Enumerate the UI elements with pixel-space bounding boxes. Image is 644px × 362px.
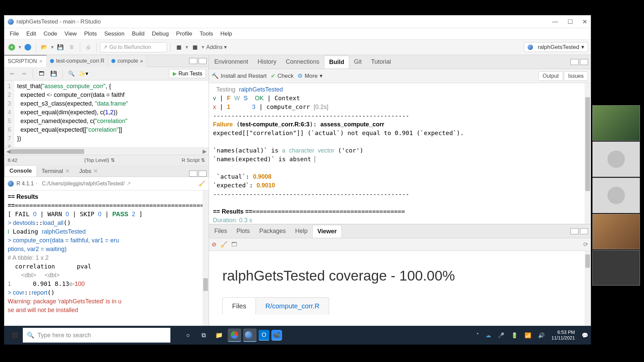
start-button[interactable] — [7, 327, 23, 343]
more-tabs-icon[interactable]: » — [140, 58, 143, 64]
battery-icon[interactable]: 🔋 — [511, 332, 518, 339]
addins-menu[interactable]: Addins ▾ — [206, 44, 227, 50]
menu-session[interactable]: Session — [104, 31, 124, 37]
close-icon[interactable]: ✕ — [39, 59, 43, 64]
tab-jobs[interactable]: Jobs ✕ — [74, 166, 103, 177]
save-all-button[interactable]: 🗎 — [67, 43, 76, 52]
menu-profile[interactable]: Profile — [176, 31, 192, 37]
video-participant-3[interactable] — [592, 178, 640, 213]
menu-code[interactable]: Code — [44, 31, 57, 37]
menu-edit[interactable]: Edit — [26, 31, 36, 37]
tab-history[interactable]: History — [253, 56, 281, 68]
menu-help[interactable]: Help — [220, 31, 232, 37]
back-button[interactable]: ⬅ — [7, 69, 16, 78]
tab-terminal[interactable]: Terminal ✕ — [37, 166, 74, 177]
zoom-icon[interactable]: 📹 — [271, 330, 282, 341]
mic-icon[interactable]: 🎤 — [498, 332, 504, 339]
install-restart-button[interactable]: 🔨 Install and Restart — [212, 72, 267, 79]
tab-description[interactable]: SCRIPTION ✕ — [4, 55, 47, 67]
code-body[interactable]: test_that("assess_compute_corr", { expec… — [14, 80, 131, 147]
tab-console[interactable]: Console — [4, 165, 37, 177]
clear-console-icon[interactable]: 🧹 — [199, 180, 205, 187]
tab-tutorial[interactable]: Tutorial — [366, 56, 395, 68]
grid-button-2[interactable]: ▦ — [190, 43, 200, 52]
video-participant-5[interactable] — [592, 250, 640, 286]
goto-file-input[interactable]: ↗ Go to file/function — [100, 42, 167, 52]
code-editor[interactable]: 12345678 test_that("assess_compute_corr"… — [4, 80, 209, 147]
editor-hscroll[interactable]: ◀▶ — [4, 147, 209, 155]
video-participant-2[interactable] — [592, 141, 640, 177]
tab-build[interactable]: Build — [324, 56, 349, 68]
maximize-pane-icon[interactable] — [199, 58, 207, 64]
maximize-button[interactable]: ☐ — [568, 18, 573, 25]
refresh-icon[interactable]: ⟳ — [583, 241, 588, 248]
tab-connections[interactable]: Connections — [281, 56, 324, 68]
scope-selector[interactable]: (Top Level) ⇅ — [84, 157, 115, 163]
tab-files[interactable]: Files — [210, 225, 232, 237]
minimize-pane-icon[interactable] — [571, 59, 579, 65]
show-in-new-window-button[interactable]: 🗔 — [37, 69, 46, 78]
arrow-icon[interactable]: ↗ — [126, 180, 131, 187]
tab-git[interactable]: Git — [349, 56, 366, 68]
wifi-icon[interactable]: 📶 — [525, 332, 531, 339]
project-selector[interactable]: ralphGetsTested ▾ — [524, 42, 588, 52]
menu-plots[interactable]: Plots — [84, 31, 97, 37]
menu-view[interactable]: View — [64, 31, 77, 37]
broom-icon[interactable]: 🧹 — [220, 241, 227, 248]
cortana-icon[interactable]: ○ — [181, 328, 195, 342]
menu-build[interactable]: Build — [132, 31, 145, 37]
volume-icon[interactable]: 🔊 — [538, 332, 545, 339]
wand-button[interactable]: ✨▾ — [79, 69, 88, 78]
viewer-vscroll[interactable] — [585, 251, 591, 337]
build-output[interactable]: Testing ralphGetsTested v | F W S OK | C… — [209, 83, 591, 224]
maximize-pane-icon[interactable] — [199, 171, 207, 177]
minimize-pane-icon[interactable] — [189, 171, 197, 177]
close-button[interactable]: ✕ — [582, 18, 587, 25]
tray-chevron-icon[interactable]: ˄ — [476, 332, 479, 339]
maximize-pane-icon[interactable] — [580, 59, 588, 65]
outlook-icon[interactable]: O — [259, 330, 269, 341]
maximize-pane-icon[interactable] — [580, 228, 588, 234]
tab-viewer[interactable]: Viewer — [312, 225, 342, 238]
new-file-button[interactable]: + — [7, 43, 16, 52]
console-vscroll[interactable] — [203, 190, 209, 337]
tab-help[interactable]: Help — [290, 225, 312, 237]
find-button[interactable]: 🔍 — [67, 69, 76, 78]
tab-compute[interactable]: compute » — [108, 55, 147, 67]
save-button[interactable]: 💾 — [56, 43, 65, 52]
tab-test-compute-corr[interactable]: test-compute_corr.R — [47, 55, 108, 67]
save-source-button[interactable]: 💾 — [49, 69, 58, 78]
rstudio-taskbar-icon[interactable] — [243, 328, 257, 342]
tab-plots2[interactable]: Plots — [232, 225, 255, 237]
minimize-pane-icon[interactable] — [571, 228, 579, 234]
menu-tools[interactable]: Tools — [200, 31, 213, 37]
chrome-icon[interactable] — [228, 328, 241, 342]
remove-viewer-icon[interactable]: ⊘ — [212, 241, 216, 248]
viewer-content[interactable]: ralphGetsTested coverage - 100.00% Files… — [209, 251, 591, 337]
minimize-button[interactable]: — — [552, 18, 558, 25]
forward-button[interactable]: ➡ — [19, 69, 29, 78]
onedrive-icon[interactable]: ☁ — [486, 332, 491, 339]
menu-debug[interactable]: Debug — [152, 31, 169, 37]
file-explorer-icon[interactable]: 📁 — [212, 328, 226, 342]
tab-environment[interactable]: Environment — [210, 56, 253, 68]
new-project-button[interactable] — [23, 43, 33, 52]
issues-tab[interactable]: Issues — [564, 71, 588, 81]
taskbar-clock[interactable]: 6:53 PM 11/11/2021 — [551, 329, 575, 341]
run-tests-button[interactable]: ▶ Run Tests — [169, 69, 206, 78]
more-button[interactable]: ⚙ More ▾ — [298, 72, 323, 79]
print-button[interactable]: 🖨 — [84, 43, 93, 52]
video-participant-4[interactable] — [592, 214, 640, 249]
language-selector[interactable]: R Script ⇅ — [181, 157, 205, 163]
taskbar-search[interactable]: 🔍 Type here to search — [23, 328, 170, 343]
minimize-pane-icon[interactable] — [189, 58, 197, 64]
export-icon[interactable]: 🗔 — [231, 241, 237, 248]
open-file-button[interactable]: 📂 — [40, 43, 49, 52]
output-tab[interactable]: Output — [538, 71, 563, 81]
notifications-icon[interactable]: 💬 — [582, 332, 588, 339]
tab-packages[interactable]: Packages — [255, 225, 290, 237]
menu-file[interactable]: File — [10, 31, 19, 37]
grid-button-1[interactable]: ▦ — [174, 43, 183, 52]
build-vscroll[interactable] — [585, 83, 591, 224]
console-output[interactable]: == Results =============================… — [4, 190, 209, 337]
